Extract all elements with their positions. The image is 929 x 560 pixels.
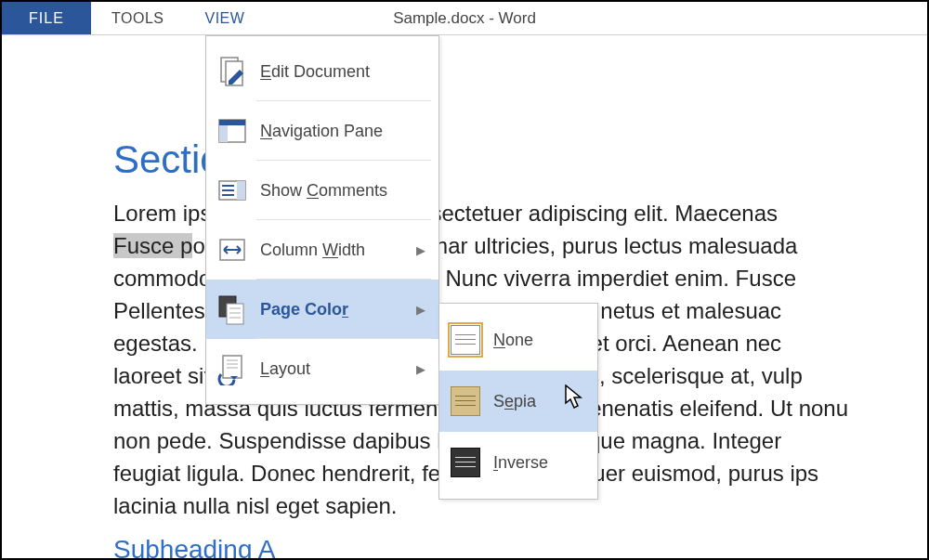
menu-edit-document[interactable]: Edit Document	[206, 42, 438, 101]
swatch-none-icon	[451, 325, 480, 355]
swatch-sepia-icon	[451, 386, 480, 416]
swatch-inverse-icon	[451, 448, 480, 477]
edit-document-icon	[216, 55, 249, 88]
menu-file[interactable]: FILE	[2, 2, 91, 34]
menu-label: Show Comments	[260, 181, 387, 201]
page-color-sepia[interactable]: Sepia	[439, 371, 597, 432]
menu-layout[interactable]: Layout ▶	[206, 339, 438, 398]
subheading: Subheading A	[113, 535, 927, 560]
svg-rect-3	[219, 120, 245, 125]
menu-label: Edit Document	[260, 62, 370, 82]
menu-tools[interactable]: TOOLS	[91, 2, 184, 34]
menu-page-color[interactable]: Page Color ▶	[206, 280, 438, 339]
svg-rect-6	[237, 181, 245, 200]
page-color-submenu: None Sepia Inverse	[438, 303, 598, 500]
chevron-right-icon: ▶	[416, 303, 425, 317]
chevron-right-icon: ▶	[416, 362, 425, 376]
page-color-icon	[216, 293, 249, 326]
view-dropdown: Edit Document Navigation Pane Show Comme…	[205, 35, 439, 405]
menu-show-comments[interactable]: Show Comments	[206, 161, 438, 220]
show-comments-icon	[216, 174, 249, 207]
menu-label: Page Color	[260, 300, 348, 319]
menu-label: Column Width	[260, 241, 365, 260]
svg-rect-17	[223, 356, 242, 378]
column-width-icon	[216, 233, 249, 267]
menu-label: Navigation Pane	[260, 122, 383, 141]
page-color-none[interactable]: None	[439, 309, 597, 371]
menu-label: Layout	[260, 359, 310, 379]
submenu-label: Sepia	[493, 392, 536, 411]
svg-rect-13	[227, 304, 243, 324]
menu-view[interactable]: VIEW	[184, 2, 265, 34]
submenu-label: Inverse	[493, 453, 548, 473]
text-selection: Fusce p	[113, 233, 192, 258]
menubar: FILE TOOLS VIEW Sample.docx - Word	[2, 2, 927, 35]
svg-rect-4	[219, 125, 228, 142]
window-title: Sample.docx - Word	[393, 2, 536, 35]
page-color-inverse[interactable]: Inverse	[439, 432, 597, 493]
menu-column-width[interactable]: Column Width ▶	[206, 220, 438, 280]
navigation-pane-icon	[216, 114, 249, 148]
layout-icon	[216, 352, 249, 385]
menu-navigation-pane[interactable]: Navigation Pane	[206, 101, 438, 161]
submenu-label: None	[493, 331, 533, 350]
chevron-right-icon: ▶	[416, 243, 425, 257]
